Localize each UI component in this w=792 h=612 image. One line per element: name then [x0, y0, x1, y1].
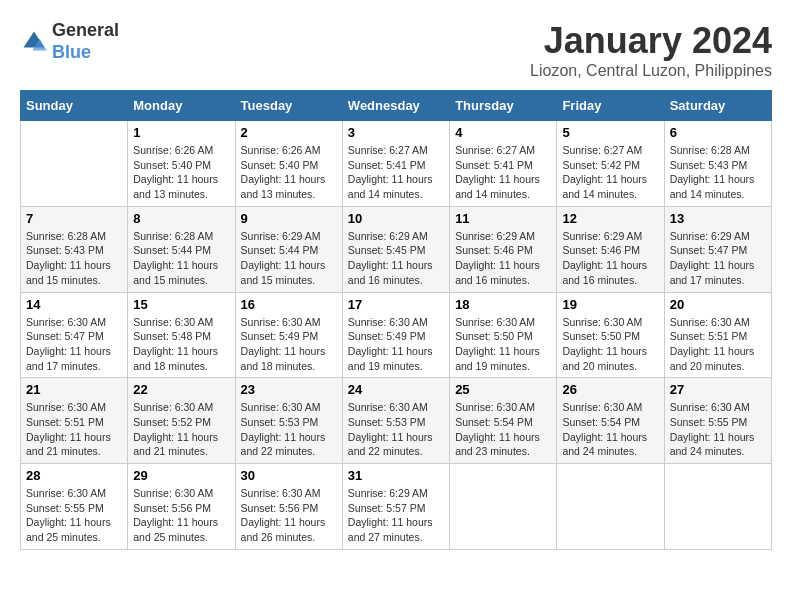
calendar-cell: 23Sunrise: 6:30 AMSunset: 5:53 PMDayligh… — [235, 378, 342, 464]
day-number: 21 — [26, 382, 122, 397]
calendar-cell: 7Sunrise: 6:28 AMSunset: 5:43 PMDaylight… — [21, 206, 128, 292]
calendar-cell: 21Sunrise: 6:30 AMSunset: 5:51 PMDayligh… — [21, 378, 128, 464]
day-number: 19 — [562, 297, 658, 312]
calendar-cell: 30Sunrise: 6:30 AMSunset: 5:56 PMDayligh… — [235, 464, 342, 550]
calendar-cell: 4Sunrise: 6:27 AMSunset: 5:41 PMDaylight… — [450, 121, 557, 207]
cell-content: Sunrise: 6:30 AMSunset: 5:51 PMDaylight:… — [26, 400, 122, 459]
cell-content: Sunrise: 6:29 AMSunset: 5:46 PMDaylight:… — [455, 229, 551, 288]
calendar-cell: 24Sunrise: 6:30 AMSunset: 5:53 PMDayligh… — [342, 378, 449, 464]
calendar-cell: 5Sunrise: 6:27 AMSunset: 5:42 PMDaylight… — [557, 121, 664, 207]
cell-content: Sunrise: 6:30 AMSunset: 5:51 PMDaylight:… — [670, 315, 766, 374]
day-number: 11 — [455, 211, 551, 226]
day-number: 20 — [670, 297, 766, 312]
week-row-4: 28Sunrise: 6:30 AMSunset: 5:55 PMDayligh… — [21, 464, 772, 550]
week-row-1: 7Sunrise: 6:28 AMSunset: 5:43 PMDaylight… — [21, 206, 772, 292]
calendar-cell — [450, 464, 557, 550]
week-row-2: 14Sunrise: 6:30 AMSunset: 5:47 PMDayligh… — [21, 292, 772, 378]
day-number: 12 — [562, 211, 658, 226]
header-day-sunday: Sunday — [21, 91, 128, 121]
calendar-cell: 13Sunrise: 6:29 AMSunset: 5:47 PMDayligh… — [664, 206, 771, 292]
calendar-cell — [664, 464, 771, 550]
cell-content: Sunrise: 6:30 AMSunset: 5:56 PMDaylight:… — [241, 486, 337, 545]
calendar-cell: 3Sunrise: 6:27 AMSunset: 5:41 PMDaylight… — [342, 121, 449, 207]
cell-content: Sunrise: 6:30 AMSunset: 5:53 PMDaylight:… — [348, 400, 444, 459]
day-number: 25 — [455, 382, 551, 397]
day-number: 27 — [670, 382, 766, 397]
day-number: 7 — [26, 211, 122, 226]
logo-icon — [20, 28, 48, 56]
header-day-tuesday: Tuesday — [235, 91, 342, 121]
cell-content: Sunrise: 6:26 AMSunset: 5:40 PMDaylight:… — [241, 143, 337, 202]
day-number: 31 — [348, 468, 444, 483]
logo-text-blue: Blue — [52, 42, 119, 64]
calendar-cell: 20Sunrise: 6:30 AMSunset: 5:51 PMDayligh… — [664, 292, 771, 378]
day-number: 30 — [241, 468, 337, 483]
calendar-cell: 10Sunrise: 6:29 AMSunset: 5:45 PMDayligh… — [342, 206, 449, 292]
cell-content: Sunrise: 6:28 AMSunset: 5:44 PMDaylight:… — [133, 229, 229, 288]
day-number: 6 — [670, 125, 766, 140]
logo: General Blue — [20, 20, 119, 63]
cell-content: Sunrise: 6:30 AMSunset: 5:56 PMDaylight:… — [133, 486, 229, 545]
cell-content: Sunrise: 6:30 AMSunset: 5:54 PMDaylight:… — [562, 400, 658, 459]
calendar-cell: 26Sunrise: 6:30 AMSunset: 5:54 PMDayligh… — [557, 378, 664, 464]
header-day-friday: Friday — [557, 91, 664, 121]
calendar-cell: 19Sunrise: 6:30 AMSunset: 5:50 PMDayligh… — [557, 292, 664, 378]
calendar-cell: 16Sunrise: 6:30 AMSunset: 5:49 PMDayligh… — [235, 292, 342, 378]
day-number: 3 — [348, 125, 444, 140]
cell-content: Sunrise: 6:30 AMSunset: 5:48 PMDaylight:… — [133, 315, 229, 374]
cell-content: Sunrise: 6:30 AMSunset: 5:53 PMDaylight:… — [241, 400, 337, 459]
calendar-cell — [21, 121, 128, 207]
cell-content: Sunrise: 6:30 AMSunset: 5:49 PMDaylight:… — [348, 315, 444, 374]
cell-content: Sunrise: 6:27 AMSunset: 5:41 PMDaylight:… — [455, 143, 551, 202]
week-row-0: 1Sunrise: 6:26 AMSunset: 5:40 PMDaylight… — [21, 121, 772, 207]
cell-content: Sunrise: 6:27 AMSunset: 5:42 PMDaylight:… — [562, 143, 658, 202]
calendar-cell: 17Sunrise: 6:30 AMSunset: 5:49 PMDayligh… — [342, 292, 449, 378]
cell-content: Sunrise: 6:30 AMSunset: 5:55 PMDaylight:… — [670, 400, 766, 459]
day-number: 29 — [133, 468, 229, 483]
day-number: 14 — [26, 297, 122, 312]
cell-content: Sunrise: 6:30 AMSunset: 5:52 PMDaylight:… — [133, 400, 229, 459]
day-number: 24 — [348, 382, 444, 397]
day-number: 4 — [455, 125, 551, 140]
day-number: 16 — [241, 297, 337, 312]
header: General Blue January 2024 Liozon, Centra… — [20, 20, 772, 80]
month-title: January 2024 — [530, 20, 772, 62]
header-day-saturday: Saturday — [664, 91, 771, 121]
day-number: 17 — [348, 297, 444, 312]
cell-content: Sunrise: 6:30 AMSunset: 5:55 PMDaylight:… — [26, 486, 122, 545]
calendar-cell: 15Sunrise: 6:30 AMSunset: 5:48 PMDayligh… — [128, 292, 235, 378]
cell-content: Sunrise: 6:28 AMSunset: 5:43 PMDaylight:… — [26, 229, 122, 288]
cell-content: Sunrise: 6:30 AMSunset: 5:50 PMDaylight:… — [562, 315, 658, 374]
cell-content: Sunrise: 6:26 AMSunset: 5:40 PMDaylight:… — [133, 143, 229, 202]
day-number: 1 — [133, 125, 229, 140]
day-number: 5 — [562, 125, 658, 140]
title-block: January 2024 Liozon, Central Luzon, Phil… — [530, 20, 772, 80]
calendar-table: SundayMondayTuesdayWednesdayThursdayFrid… — [20, 90, 772, 550]
header-day-thursday: Thursday — [450, 91, 557, 121]
calendar-cell: 18Sunrise: 6:30 AMSunset: 5:50 PMDayligh… — [450, 292, 557, 378]
location-title: Liozon, Central Luzon, Philippines — [530, 62, 772, 80]
logo-text-general: General — [52, 20, 119, 42]
day-number: 22 — [133, 382, 229, 397]
calendar-cell: 12Sunrise: 6:29 AMSunset: 5:46 PMDayligh… — [557, 206, 664, 292]
week-row-3: 21Sunrise: 6:30 AMSunset: 5:51 PMDayligh… — [21, 378, 772, 464]
calendar-cell: 2Sunrise: 6:26 AMSunset: 5:40 PMDaylight… — [235, 121, 342, 207]
day-number: 15 — [133, 297, 229, 312]
header-day-wednesday: Wednesday — [342, 91, 449, 121]
cell-content: Sunrise: 6:28 AMSunset: 5:43 PMDaylight:… — [670, 143, 766, 202]
day-number: 26 — [562, 382, 658, 397]
calendar-cell: 28Sunrise: 6:30 AMSunset: 5:55 PMDayligh… — [21, 464, 128, 550]
cell-content: Sunrise: 6:27 AMSunset: 5:41 PMDaylight:… — [348, 143, 444, 202]
calendar-cell — [557, 464, 664, 550]
cell-content: Sunrise: 6:29 AMSunset: 5:45 PMDaylight:… — [348, 229, 444, 288]
day-number: 8 — [133, 211, 229, 226]
header-row: SundayMondayTuesdayWednesdayThursdayFrid… — [21, 91, 772, 121]
calendar-cell: 27Sunrise: 6:30 AMSunset: 5:55 PMDayligh… — [664, 378, 771, 464]
cell-content: Sunrise: 6:30 AMSunset: 5:47 PMDaylight:… — [26, 315, 122, 374]
calendar-cell: 14Sunrise: 6:30 AMSunset: 5:47 PMDayligh… — [21, 292, 128, 378]
cell-content: Sunrise: 6:30 AMSunset: 5:49 PMDaylight:… — [241, 315, 337, 374]
day-number: 10 — [348, 211, 444, 226]
cell-content: Sunrise: 6:30 AMSunset: 5:54 PMDaylight:… — [455, 400, 551, 459]
day-number: 13 — [670, 211, 766, 226]
calendar-cell: 11Sunrise: 6:29 AMSunset: 5:46 PMDayligh… — [450, 206, 557, 292]
